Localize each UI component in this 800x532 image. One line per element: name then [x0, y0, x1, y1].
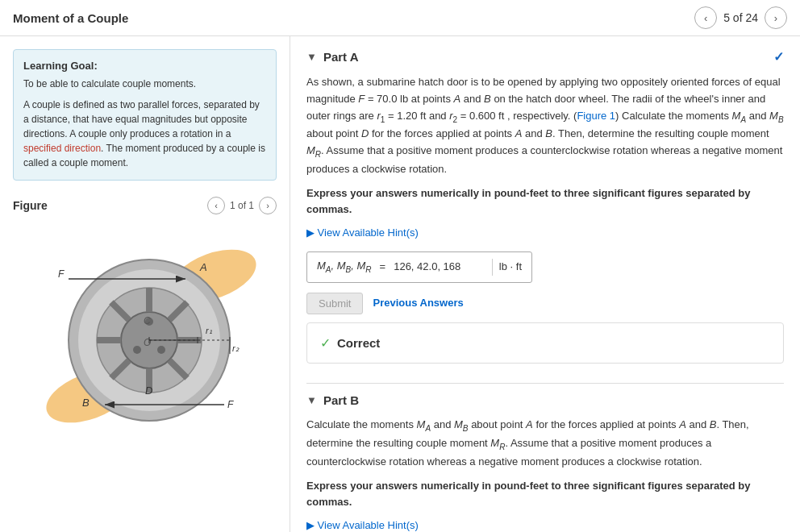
part-a-toggle[interactable]: ▼ — [306, 51, 317, 63]
chevron-left-icon: ‹ — [704, 12, 707, 24]
figure-header: Figure ‹ 1 of 1 › — [13, 197, 277, 214]
figure-nav: ‹ 1 of 1 › — [207, 197, 277, 214]
left-panel: Learning Goal: To be able to calculate c… — [0, 36, 290, 532]
part-a-answer-row: MA, MB, MR = 126, 42.0, 168 lb · ft — [306, 251, 784, 283]
figure-section: Figure ‹ 1 of 1 › — [13, 197, 277, 447]
part-a-description: As shown, a submarine hatch door is to b… — [306, 74, 784, 177]
chevron-right-icon: › — [774, 12, 777, 24]
part-b-title: Part B — [323, 393, 359, 407]
svg-text:F: F — [227, 399, 234, 410]
part-a-submit-button[interactable]: Submit — [306, 293, 363, 314]
part-b-header: ▼ Part B — [306, 393, 784, 407]
svg-text:r₂: r₂ — [232, 343, 240, 353]
section-divider — [306, 383, 784, 384]
figure-next-button[interactable]: › — [259, 197, 277, 214]
part-b-description: Calculate the moments MA and MB about po… — [306, 417, 784, 470]
learning-goal-text2: A couple is defined as two parallel forc… — [23, 98, 266, 170]
part-a-prev-answers-link[interactable]: Previous Answers — [373, 295, 463, 312]
figure-link[interactable]: Figure 1 — [577, 110, 615, 122]
svg-text:B: B — [82, 397, 90, 409]
figure-title: Figure — [13, 199, 48, 212]
svg-text:C: C — [144, 315, 151, 326]
next-button[interactable]: › — [765, 6, 787, 29]
part-a-correct-box: ✓ Correct — [306, 322, 784, 364]
correct-text: Correct — [337, 334, 380, 353]
svg-text:O: O — [144, 337, 151, 348]
svg-point-7 — [157, 346, 165, 354]
learning-goal-text1: To be able to calculate couple moments. — [23, 77, 266, 91]
part-b-toggle[interactable]: ▼ — [306, 394, 317, 406]
part-b-hint-link[interactable]: ▶ View Available Hint(s) — [306, 517, 784, 532]
nav-controls: ‹ 5 of 24 › — [694, 6, 787, 29]
correct-check-icon: ✓ — [320, 333, 331, 354]
svg-text:A: A — [199, 261, 207, 273]
part-b-express: Express your answers numerically in poun… — [306, 478, 784, 509]
part-a-submit-row: Submit Previous Answers — [306, 293, 784, 314]
prev-button[interactable]: ‹ — [694, 6, 717, 29]
part-a-section: ▼ Part A ✓ As shown, a submarine hatch d… — [306, 49, 784, 364]
part-b-body: Calculate the moments MA and MB about po… — [306, 417, 784, 532]
part-a-answer-unit: lb · ft — [492, 259, 522, 276]
learning-goal-label: Learning Goal: — [23, 60, 266, 72]
part-a-answer-value: 126, 42.0, 168 — [394, 259, 487, 276]
part-a-title: Part A — [323, 50, 359, 64]
fig-chevron-left-icon: ‹ — [215, 201, 218, 210]
part-a-body: As shown, a submarine hatch door is to b… — [306, 74, 784, 364]
svg-text:r₁: r₁ — [206, 326, 212, 335]
learning-goal-box: Learning Goal: To be able to calculate c… — [13, 49, 277, 181]
part-a-header: ▼ Part A ✓ — [306, 49, 784, 64]
right-panel: ▼ Part A ✓ As shown, a submarine hatch d… — [290, 36, 800, 532]
part-a-check-icon: ✓ — [773, 49, 784, 64]
part-a-hint-link[interactable]: ▶ View Available Hint(s) — [306, 225, 784, 242]
page-title: Moment of a Couple — [13, 11, 128, 25]
svg-text:D: D — [145, 384, 152, 397]
fig-chevron-right-icon: › — [266, 201, 269, 210]
figure-prev-button[interactable]: ‹ — [207, 197, 225, 214]
figure-count: 1 of 1 — [230, 200, 254, 211]
part-a-answer-box: MA, MB, MR = 126, 42.0, 168 lb · ft — [306, 251, 532, 283]
part-a-answer-label: MA, MB, MR — [317, 258, 372, 276]
svg-text:F: F — [58, 268, 65, 280]
nav-count: 5 of 24 — [723, 11, 758, 24]
part-a-equals: = — [380, 259, 386, 276]
part-b-section: ▼ Part B Calculate the moments MA and MB… — [306, 393, 784, 532]
figure-image: A B C O D F F — [13, 221, 277, 447]
part-a-express: Express your answers numerically in poun… — [306, 185, 784, 217]
wheel-svg: A B C O D F F — [24, 221, 266, 447]
svg-point-8 — [133, 346, 141, 354]
